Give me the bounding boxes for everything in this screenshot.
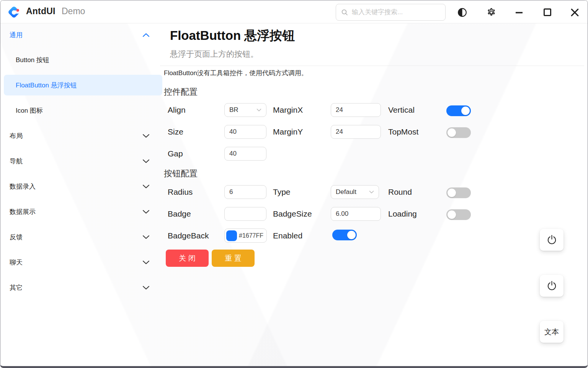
close-action-button[interactable]: 关 闭 (166, 250, 209, 267)
sidebar-group-label: 聊天 (10, 258, 23, 267)
app-subtitle: Demo (62, 6, 85, 16)
sidebar-group-label: 布局 (10, 131, 23, 140)
sidebar-group-navigation[interactable]: 导航 (0, 151, 163, 171)
loading-toggle[interactable] (446, 209, 471, 220)
sidebar-item-button[interactable]: Button 按钮 (0, 49, 163, 70)
vertical-label: Vertical (388, 103, 415, 117)
round-label: Round (388, 185, 412, 199)
theme-toggle-icon (457, 7, 467, 18)
sidebar-group-data-entry[interactable]: 数据录入 (0, 176, 163, 197)
sidebar-item-label: Button 按钮 (16, 56, 49, 64)
radius-label: Radius (168, 185, 193, 199)
badgeback-label: BadgeBack (168, 229, 209, 243)
app-window: AntdUI Demo (0, 0, 588, 368)
section-title-control-config: 控件配置 (164, 86, 198, 98)
color-swatch (226, 230, 237, 241)
sidebar-item-floatbutton[interactable]: FloatButton 悬浮按钮 (4, 75, 162, 95)
sidebar-item-label: FloatButton 悬浮按钮 (16, 81, 77, 90)
minimize-icon (514, 8, 524, 17)
sidebar-item-icon[interactable]: Icon 图标 (0, 100, 163, 121)
search-box[interactable] (336, 4, 446, 21)
float-button-text-label: 文本 (544, 327, 559, 337)
type-select-value: Default (336, 188, 356, 196)
chevron-up-icon (142, 33, 150, 37)
float-button-power-2[interactable] (540, 275, 564, 297)
app-title: AntdUI (26, 6, 56, 16)
chevron-down-icon (142, 184, 150, 189)
power-icon (546, 234, 557, 245)
gap-input[interactable] (224, 147, 266, 161)
badge-label: Badge (168, 207, 191, 221)
topmost-label: TopMost (388, 125, 418, 139)
align-select[interactable]: BR (224, 103, 266, 117)
marginx-label: MarginX (273, 103, 303, 117)
chevron-down-icon (142, 286, 150, 290)
power-icon (546, 280, 557, 291)
sidebar-group-label: 反馈 (10, 233, 23, 242)
sidebar: 通用 Button 按钮 FloatButton 悬浮按钮 Icon 图标 布局… (0, 24, 163, 366)
badgeback-color-field[interactable]: #1677FF (224, 228, 267, 243)
marginx-input[interactable] (331, 103, 381, 117)
close-icon (570, 8, 580, 17)
type-select[interactable]: Default (331, 185, 379, 199)
loading-label: Loading (388, 207, 417, 221)
minimize-button[interactable] (513, 7, 525, 18)
sidebar-group-general[interactable]: 通用 (0, 25, 163, 45)
gap-label: Gap (168, 147, 183, 161)
page-subtitle: 悬浮于页面上方的按钮。 (170, 49, 258, 59)
page-note: FloatButton没有工具箱控件，使用代码方式调用。 (164, 69, 308, 77)
align-label: Align (168, 103, 186, 117)
badge-input[interactable] (224, 207, 266, 221)
sidebar-group-other[interactable]: 其它 (0, 277, 163, 298)
sidebar-group-feedback[interactable]: 反馈 (0, 227, 163, 247)
sidebar-group-label: 导航 (10, 157, 23, 166)
float-button-power-1[interactable] (540, 229, 564, 251)
round-toggle[interactable] (446, 187, 471, 198)
sidebar-group-label: 通用 (10, 31, 23, 39)
search-input[interactable] (351, 8, 440, 16)
reset-action-button[interactable]: 重 置 (212, 250, 255, 267)
size-input[interactable] (224, 125, 266, 139)
type-label: Type (273, 185, 291, 199)
enabled-toggle[interactable] (332, 230, 357, 240)
badgesize-label: BadgeSize (273, 207, 312, 221)
sidebar-group-label: 数据展示 (10, 207, 36, 216)
settings-button[interactable] (485, 7, 497, 18)
radius-input[interactable] (224, 185, 266, 199)
sidebar-group-data-display[interactable]: 数据展示 (0, 201, 163, 222)
chevron-down-icon (142, 159, 150, 163)
badgeback-color-value: #1677FF (239, 232, 263, 239)
sidebar-group-layout[interactable]: 布局 (0, 125, 163, 146)
chevron-down-icon (256, 108, 261, 112)
enabled-label: Enabled (273, 229, 302, 243)
align-select-value: BR (229, 106, 238, 114)
chevron-down-icon (142, 210, 150, 214)
float-button-text[interactable]: 文本 (540, 321, 564, 343)
sidebar-group-label: 数据录入 (10, 182, 36, 191)
size-label: Size (168, 125, 183, 139)
maximize-button[interactable] (542, 7, 553, 18)
antdui-logo-icon (7, 5, 21, 19)
sidebar-group-label: 其它 (10, 283, 23, 292)
maximize-icon (543, 8, 552, 17)
section-title-button-config: 按钮配置 (164, 168, 198, 179)
sidebar-item-label: Icon 图标 (16, 106, 43, 115)
marginy-label: MarginY (273, 125, 303, 139)
titlebar: AntdUI Demo (0, 0, 588, 23)
close-button[interactable] (569, 7, 580, 18)
theme-toggle-button[interactable] (456, 7, 468, 18)
badgesize-input[interactable] (331, 207, 381, 221)
settings-gear-icon (486, 7, 497, 18)
marginy-input[interactable] (331, 125, 381, 139)
chevron-down-icon (142, 134, 150, 138)
topmost-toggle[interactable] (446, 127, 471, 138)
chevron-down-icon (142, 260, 150, 264)
chevron-down-icon (369, 191, 374, 194)
chevron-down-icon (142, 235, 150, 239)
search-icon (341, 9, 348, 16)
vertical-toggle[interactable] (446, 105, 471, 116)
divider (160, 66, 584, 66)
page-title: FloatButton 悬浮按钮 (170, 27, 295, 44)
sidebar-group-chat[interactable]: 聊天 (0, 252, 163, 273)
